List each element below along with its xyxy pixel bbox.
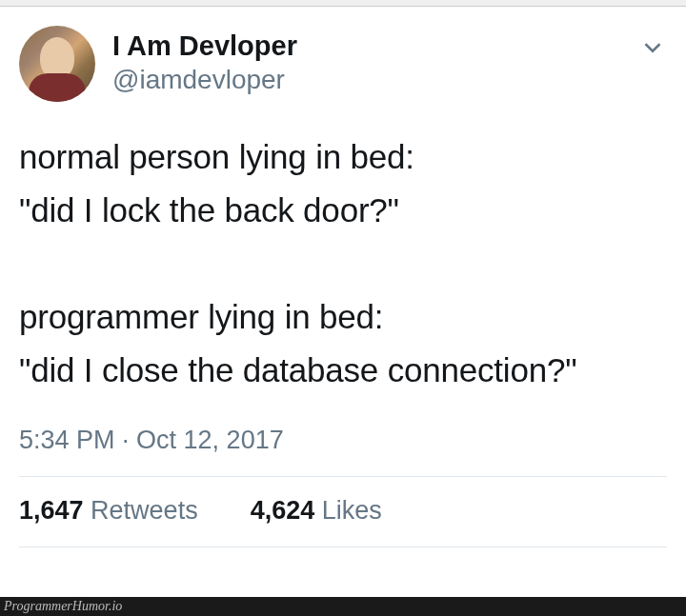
time-text: 5:34 PM: [19, 426, 115, 454]
retweet-label: Retweets: [84, 496, 198, 525]
retweet-count: 1,647: [19, 496, 84, 525]
like-count: 4,624: [251, 496, 315, 525]
tweet-text: normal person lying in bed: "did I lock …: [19, 130, 667, 397]
date-text: Oct 12, 2017: [136, 426, 284, 454]
separator: ·: [115, 426, 137, 454]
tweet-container: I Am Devloper @iamdevloper normal person…: [0, 7, 686, 547]
caret-down-icon[interactable]: [638, 26, 667, 66]
user-names: I Am Devloper @iamdevloper: [112, 30, 297, 97]
stats-row: 1,647 Retweets 4,624 Likes: [19, 477, 667, 546]
user-handle[interactable]: @iamdevloper: [112, 63, 297, 97]
watermark: ProgrammerHumor.io: [0, 597, 686, 616]
tweet-header: I Am Devloper @iamdevloper: [19, 26, 667, 102]
user-block[interactable]: I Am Devloper @iamdevloper: [19, 26, 297, 102]
avatar[interactable]: [19, 26, 95, 102]
divider-bottom: [19, 546, 667, 547]
top-border: [0, 0, 686, 7]
retweets-stat[interactable]: 1,647 Retweets: [19, 496, 198, 526]
likes-stat[interactable]: 4,624 Likes: [251, 496, 382, 526]
display-name[interactable]: I Am Devloper: [112, 30, 297, 63]
timestamp[interactable]: 5:34 PM · Oct 12, 2017: [19, 426, 667, 476]
like-label: Likes: [314, 496, 382, 525]
